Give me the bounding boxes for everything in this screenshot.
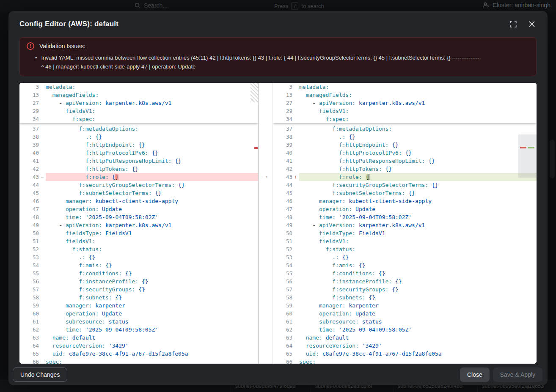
code-line-39[interactable]: 39 f:httpEndpoint: {} [273,141,537,149]
yaml-token: operation: [66,310,99,317]
code-line-37[interactable]: 37 f:metadataOptions: [273,125,537,133]
code-line-44[interactable]: 44 f:securityGroupSelectorTerms: {} [19,181,258,189]
code-line-64[interactable]: 64 resourceVersion: '3429' [273,342,537,350]
close-button[interactable]: Close [460,367,490,382]
code-line-58[interactable]: 58 f:subnets: {} [273,293,537,302]
code-line-52[interactable]: 52 f:status: [273,245,537,253]
code-line-55[interactable]: 55 f:conditions: {} [273,269,537,277]
code-content: f:securityGroups: {} [299,285,537,293]
code-line-63[interactable]: 63 name: default [19,334,258,342]
sticky-line-3[interactable]: 3metadata: [19,83,258,91]
code-line-47[interactable]: 47 operation: Update [273,205,537,213]
sticky-line-34[interactable]: 34 f:spec: [19,115,258,123]
code-line-45[interactable]: 45 f:subnetSelectorTerms: {} [19,189,258,197]
code-line-48[interactable]: 48 time: '2025-09-04T09:58:02Z' [19,213,258,221]
code-line-61[interactable]: 61 subresource: status [273,318,537,326]
code-line-55[interactable]: 55 f:conditions: {} [19,269,258,277]
yaml-token: status [109,318,129,325]
code-line-57[interactable]: 57 f:securityGroups: {} [19,285,258,293]
yaml-token [46,222,59,228]
code-line-51[interactable]: 51 fieldsV1: [19,237,258,245]
code-line-56[interactable]: 56 f:instanceProfile: {} [273,277,537,285]
sticky-line-27[interactable]: 27 - apiVersion: karpenter.k8s.aws/v1 [19,99,258,107]
scrollbar-slider[interactable] [518,134,537,178]
code-content: fieldsType: FieldsV1 [46,229,258,237]
diff-sign [292,358,299,364]
code-line-59[interactable]: 59 manager: karpenter [19,302,258,310]
code-line-63[interactable]: 63 name: default [273,334,537,342]
code-line-49[interactable]: 49 - apiVersion: karpenter.k8s.aws/v1 [273,221,537,229]
expand-icon[interactable] [509,19,518,29]
code-line-41[interactable]: 41 f:httpPutResponseHopLimit: {} [19,157,258,165]
code-line-46[interactable]: 46 manager: kubectl-client-side-apply [19,197,258,205]
code-line-53[interactable]: 53 .: {} [273,253,537,261]
yaml-token: { [366,174,369,180]
code-line-50[interactable]: 50 fieldsType: FieldsV1 [19,229,258,237]
yaml-token: fieldsType: [66,230,102,236]
copy-change-arrow-icon[interactable]: → [259,172,272,180]
undo-changes-button[interactable]: Undo Changes [13,367,67,382]
code-line-66[interactable]: 66spec: [19,358,258,364]
diff-sign [292,350,299,358]
code-line-42[interactable]: 42 f:httpTokens: {} [19,165,258,173]
code-line-43[interactable]: 43− f:role: {} [19,173,258,181]
sticky-line-27[interactable]: 27 - apiVersion: karpenter.k8s.aws/v1 [273,99,537,107]
code-line-38[interactable]: 38 .: {} [273,133,537,141]
yaml-token: {} [359,262,366,269]
validation-issue-line2: ^ 46 | manager: kubectl-client-side-appl… [41,62,480,71]
line-number: 52 [273,245,292,253]
code-line-54[interactable]: 54 f:amis: {} [273,261,537,269]
diff-editor-modified-pane[interactable]: 3metadata:13 managedFields:27 - apiVersi… [273,83,537,364]
code-line-52[interactable]: 52 f:status: [19,245,258,253]
code-line-40[interactable]: 40 f:httpProtocolIPv6: {} [19,149,258,157]
modal-title: Config Editor (AWS): default [19,20,118,28]
code-line-37[interactable]: 37 f:metadataOptions: [19,125,258,133]
code-line-44[interactable]: 44 f:securityGroupSelectorTerms: {} [273,181,537,189]
code-line-51[interactable]: 51 fieldsV1: [273,237,537,245]
code-line-46[interactable]: 46 manager: kubectl-client-side-apply [273,197,537,205]
sticky-line-29[interactable]: 29 fieldsV1: [273,107,537,115]
code-line-60[interactable]: 60 operation: Update [19,310,258,318]
diff-editor-original-pane[interactable]: 3metadata:13 managedFields:27 - apiVersi… [19,83,258,364]
code-line-60[interactable]: 60 operation: Update [273,310,537,318]
code-line-62[interactable]: 62 time: '2025-09-04T09:58:05Z' [273,326,537,334]
code-line-49[interactable]: 49 - apiVersion: karpenter.k8s.aws/v1 [19,221,258,229]
code-line-39[interactable]: 39 f:httpEndpoint: {} [19,141,258,149]
code-line-58[interactable]: 58 f:subnets: {} [19,293,258,302]
sticky-line-13[interactable]: 13 managedFields: [19,91,258,99]
yaml-token: fieldsV1: [319,238,349,244]
sticky-line-29[interactable]: 29 fieldsV1: [19,107,258,115]
code-line-40[interactable]: 40 f:httpProtocolIPv6: {} [273,149,537,157]
sticky-line-34[interactable]: 34 f:spec: [273,115,537,123]
code-line-66[interactable]: 66spec: [273,358,537,364]
code-content: uid: c8afe97e-38cc-4f91-a767-d15f2a8fe05… [46,350,258,358]
yaml-token [46,108,66,114]
code-line-54[interactable]: 54 f:amis: {} [19,261,258,269]
code-line-47[interactable]: 47 operation: Update [19,205,258,213]
code-content: resourceVersion: '3429' [299,342,537,350]
save-apply-button[interactable]: Save & Apply [493,367,542,382]
code-content: f:role: {} [46,173,258,181]
code-line-38[interactable]: 38 .: {} [19,133,258,141]
code-line-48[interactable]: 48 time: '2025-09-04T09:58:02Z' [273,213,537,221]
code-line-42[interactable]: 42 f:httpTokens: {} [273,165,537,173]
sticky-line-3[interactable]: 3metadata: [273,83,537,91]
code-line-41[interactable]: 41 f:httpPutResponseHopLimit: {} [273,157,537,165]
code-line-61[interactable]: 61 subresource: status [19,318,258,326]
yaml-token [355,230,359,236]
code-line-59[interactable]: 59 manager: karpenter [273,302,537,310]
yaml-token [46,334,52,341]
code-line-43[interactable]: 43+ f:role: { [273,173,537,181]
sticky-line-13[interactable]: 13 managedFields: [273,91,537,99]
code-line-53[interactable]: 53 .: {} [19,253,258,261]
code-line-65[interactable]: 65 uid: c8afe97e-38cc-4f91-a767-d15f2a8f… [273,350,537,358]
code-line-50[interactable]: 50 fieldsType: FieldsV1 [273,229,537,237]
code-line-45[interactable]: 45 f:subnetSelectorTerms: {} [273,189,537,197]
code-line-57[interactable]: 57 f:securityGroups: {} [273,285,537,293]
code-line-62[interactable]: 62 time: '2025-09-04T09:58:05Z' [19,326,258,334]
close-icon[interactable] [527,19,537,29]
code-line-56[interactable]: 56 f:instanceProfile: {} [19,277,258,285]
code-line-64[interactable]: 64 resourceVersion: '3429' [19,342,258,350]
yaml-token: {} [349,134,355,140]
code-line-65[interactable]: 65 uid: c8afe97e-38cc-4f91-a767-d15f2a8f… [19,350,258,358]
